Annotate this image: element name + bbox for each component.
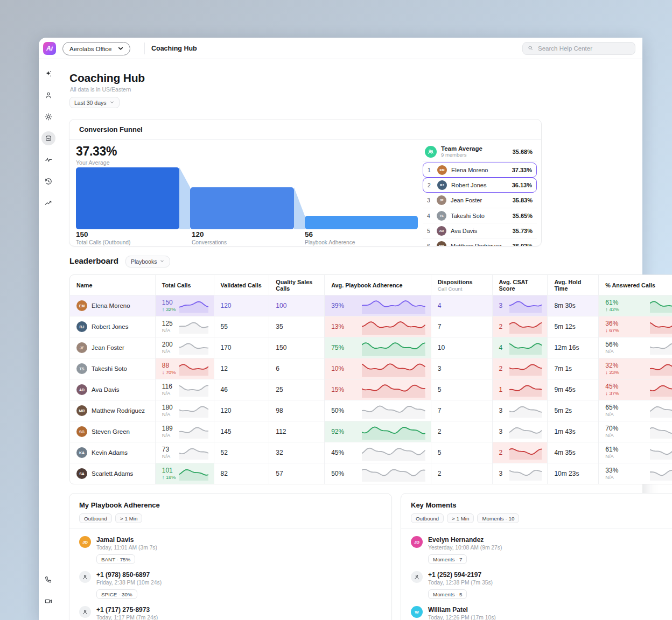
leaderboard-title: Leaderboard (69, 256, 118, 265)
help-search[interactable] (522, 42, 635, 55)
leaderboard-table: NameTotal CallsValidated CallsQuality Sa… (69, 274, 672, 484)
sparkline (509, 383, 542, 397)
funnel-stage-label: 56Playbook Adherence (305, 230, 355, 245)
filter-chip[interactable]: > 1 Min (447, 513, 474, 523)
cell-answered-calls: 32%↓ 23% (599, 358, 672, 379)
sparkline (509, 467, 542, 481)
cell-hold-time: 12m 16s (548, 337, 599, 358)
funnel-rank-row[interactable]: 1EMElena Moreno37.33% (423, 163, 537, 178)
sparkline (650, 362, 672, 376)
column-header: Validated Calls (214, 275, 270, 295)
funnel-rank-row[interactable]: 5ADAva Davis35.73% (423, 223, 537, 238)
call-entry[interactable]: +1 (978) 850-6897Friday, 2:38 PM (10m 24… (79, 571, 382, 599)
your-average-value: 37.33% (76, 144, 117, 159)
call-entry[interactable]: +1 (252) 594-2197Today, 12:38 PM (7m 35s… (411, 571, 672, 599)
cell-answered-calls: 70%N/A (599, 421, 672, 442)
cell-total-calls: 88↓ 70% (156, 358, 214, 379)
entry-name: +1 (252) 594-2197 (428, 571, 493, 579)
playbooks-filter-label: Playbooks (131, 258, 157, 265)
sparkline (362, 403, 425, 419)
leaderboard-row[interactable]: MRMatthew Rodriguez180N/A1209850%735m 2s… (70, 400, 672, 421)
sparkline (509, 299, 542, 313)
funnel-stage-label: 150Total Calls (Outbound) (76, 230, 130, 245)
funnel-rank-row[interactable]: 2RJRobert Jones36.13% (423, 178, 537, 193)
cell-csat-score: 3 (493, 421, 548, 442)
cell-answered-calls: 56%N/A (599, 337, 672, 358)
my-playbook-adherence-card: My Playbook Adherence Outbound> 1 Min JD… (69, 493, 392, 620)
leaderboard-row[interactable]: KAKevin Adams73N/A523245%524m 35s61%N/A (70, 442, 672, 463)
sparkline (650, 425, 672, 439)
cell-quality-sales-calls: 35 (269, 316, 325, 337)
leaderboard-row[interactable]: JFJean Foster200N/A17015075%10412m 16s56… (70, 337, 672, 358)
cell-dispositions: 7 (431, 400, 493, 421)
rank-name: Robert Jones (451, 182, 486, 188)
cell-answered-calls: 61%↑ 42% (599, 295, 672, 316)
sparkles-icon[interactable] (41, 67, 55, 81)
avatar: JF (76, 342, 87, 353)
cell-dispositions: 4 (431, 295, 493, 316)
cell-name: TSTakeshi Soto (70, 358, 156, 379)
page-subtitle: All data is in US/Eastern (70, 86, 131, 93)
cell-name: ADAva Davis (70, 379, 156, 400)
leaderboard-row[interactable]: SAScarlett Adams101↑ 18%825750%2310m 23s… (70, 463, 672, 484)
call-entry[interactable]: JDJamal DavisToday, 11:01 AM (3m 7s)BANT… (79, 536, 382, 564)
topbar-divider (144, 43, 145, 54)
leaderboard-row[interactable]: EMElena Moreno150↑ 32%12010039%438m 30s6… (70, 295, 672, 316)
cell-dispositions: 3 (431, 358, 493, 379)
leaderboard-row[interactable]: TSTakeshi Soto88↓ 70%12610%327m 1s32%↓ 2… (70, 358, 672, 379)
key-moments-card: Key Moments Outbound> 1 MinMoments · 10 … (401, 493, 672, 620)
filter-chip[interactable]: > 1 Min (115, 513, 142, 523)
cell-csat-score: 3 (493, 463, 548, 484)
top-bar: Ai Aerolabs Office Coaching Hub (39, 38, 642, 59)
cell-answered-calls: 45%↓ 37% (599, 379, 672, 400)
leaderboard-row[interactable]: RJRobert Jones125N/A553513%725m 12s36%↓ … (70, 316, 672, 337)
column-header: DispositionsCall Count (431, 275, 493, 295)
coaching-icon[interactable] (41, 131, 55, 145)
avatar: RJ (76, 321, 87, 332)
filter-chip[interactable]: Outbound (411, 513, 444, 523)
phone-icon[interactable] (41, 573, 55, 587)
leaderboard-row[interactable]: SGSteven Green189N/A14511292%231m 43s70%… (70, 421, 672, 442)
funnel-rank-row[interactable]: 6MRMatthew Rodriguez36.02% (423, 238, 537, 246)
activity-icon[interactable] (41, 153, 55, 167)
call-entry[interactable]: JDEvelyn HernandezYesterday, 10:08 AM (9… (411, 536, 672, 564)
call-entry[interactable]: WWilliam PatelToday, 12:26 PM (17m 10s)M… (411, 606, 672, 620)
cell-name: MRMatthew Rodriguez (70, 400, 156, 421)
search-input[interactable] (537, 45, 631, 52)
rank-name: Ava Davis (451, 228, 477, 234)
rank-name: Takeshi Soto (451, 213, 485, 219)
page-title: Coaching Hub (69, 72, 145, 84)
table-header-row: NameTotal CallsValidated CallsQuality Sa… (70, 275, 672, 295)
avatar: MR (76, 405, 87, 416)
trending-icon[interactable] (41, 196, 55, 210)
rank-pct: 35.65% (513, 213, 533, 219)
cell-playbook-adherence: 50% (325, 463, 431, 484)
cell-csat-score: 2 (493, 316, 548, 337)
org-selector-dropdown[interactable]: Aerolabs Office (62, 42, 130, 55)
entry-name: William Patel (428, 606, 496, 614)
playbooks-filter-dropdown[interactable]: Playbooks (125, 256, 170, 267)
settings-icon[interactable] (41, 110, 55, 124)
rank-pct: 35.73% (513, 228, 533, 234)
call-entry[interactable]: +1 (717) 275-8973Today, 1:17 PM (7m 24s)… (79, 606, 382, 620)
filter-chip[interactable]: Outbound (79, 513, 112, 523)
filter-chip[interactable]: Moments · 10 (477, 513, 519, 523)
funnel-stage-label: 120Conversations (192, 230, 227, 245)
contacts-icon[interactable] (41, 88, 55, 102)
date-range-filter[interactable]: Last 30 days (69, 97, 120, 108)
cell-answered-calls: 65%N/A (599, 400, 672, 421)
cell-csat-score: 2 (493, 442, 548, 463)
funnel-rank-row[interactable]: 4TSTakeshi Soto35.65% (423, 208, 537, 223)
funnel-rank-row[interactable]: 3JFJean Foster35.83% (423, 193, 537, 208)
cell-playbook-adherence: 13% (325, 316, 431, 337)
avatar: AD (76, 384, 87, 395)
leaderboard-row[interactable]: ADAva Davis116N/A462515%519m 45s45%↓ 37% (70, 379, 672, 400)
sparkline (362, 382, 425, 398)
rank-pct: 36.02% (513, 243, 533, 247)
cell-quality-sales-calls: 32 (269, 442, 325, 463)
funnel-chart (76, 167, 418, 229)
history-icon[interactable] (41, 174, 55, 188)
sparkline (179, 320, 208, 334)
video-icon[interactable] (41, 594, 55, 608)
team-avatar (425, 146, 437, 158)
